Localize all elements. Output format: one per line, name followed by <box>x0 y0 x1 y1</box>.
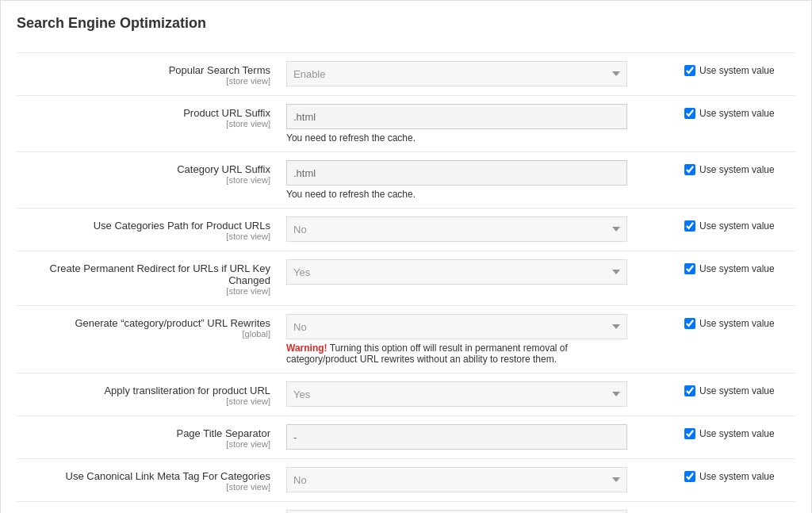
hint-text: You need to refresh the cache. <box>286 189 676 200</box>
settings-row: Use Categories Path for Product URLs[sto… <box>17 209 795 251</box>
field-label: Category URL Suffix <box>25 163 270 175</box>
apply-transliteration-system-value-checkbox[interactable] <box>684 385 695 396</box>
generate-url-rewrites-select[interactable]: NoYes <box>286 314 627 339</box>
input-wrapper: EnableDisable <box>286 61 676 86</box>
system-value-wrapper: Use system value <box>684 381 787 396</box>
popular-search-terms-select[interactable]: EnableDisable <box>286 61 627 86</box>
system-value-wrapper: Use system value <box>684 424 787 439</box>
control-inner: NoYesWarning! Turning this option off wi… <box>286 314 787 365</box>
system-value-wrapper: Use system value <box>684 61 787 76</box>
system-value-label: Use system value <box>699 65 775 76</box>
settings-row: Page Title Separator[store view]Use syst… <box>17 416 795 459</box>
field-label: Product URL Suffix <box>25 107 270 119</box>
control-cell: You need to refresh the cache.Use system… <box>286 152 795 209</box>
input-wrapper: You need to refresh the cache. <box>286 160 676 200</box>
field-label: Popular Search Terms <box>25 64 270 76</box>
label-cell: Popular Search Terms[store view] <box>17 53 286 96</box>
canonical-categories-select[interactable]: NoYes <box>286 467 627 492</box>
control-cell: NoYesUse system value <box>286 459 795 502</box>
use-categories-path-select[interactable]: NoYes <box>286 216 627 242</box>
system-value-label: Use system value <box>699 263 775 274</box>
settings-table: Popular Search Terms[store view]EnableDi… <box>17 52 795 513</box>
label-cell: Apply transliteration for product URL[st… <box>17 373 286 416</box>
settings-row: Generate “category/product” URL Rewrites… <box>17 306 795 373</box>
system-value-label: Use system value <box>699 471 775 482</box>
product-url-suffix-system-value-checkbox[interactable] <box>684 108 695 119</box>
field-scope: [store view] <box>25 119 270 128</box>
label-cell: Product URL Suffix[store view] <box>17 96 286 152</box>
control-inner: NoYesUse system value <box>286 510 787 513</box>
create-permanent-redirect-select[interactable]: YesNo <box>286 259 627 285</box>
label-cell: Category URL Suffix[store view] <box>17 152 286 209</box>
control-cell: NoYesWarning! Turning this option off wi… <box>286 306 795 373</box>
input-wrapper: You need to refresh the cache. <box>286 104 676 144</box>
control-cell: EnableDisableUse system value <box>286 53 795 96</box>
create-permanent-redirect-system-value-checkbox[interactable] <box>684 263 695 274</box>
system-value-wrapper: Use system value <box>684 104 787 119</box>
label-cell: Page Title Separator[store view] <box>17 416 286 459</box>
field-scope: [global] <box>25 329 270 339</box>
category-url-suffix-system-value-checkbox[interactable] <box>684 164 695 175</box>
use-categories-path-system-value-checkbox[interactable] <box>684 220 695 232</box>
input-wrapper: YesNo <box>286 259 676 285</box>
system-value-wrapper: Use system value <box>684 467 787 482</box>
system-value-wrapper: Use system value <box>684 314 787 329</box>
control-cell: YesNoUse system value <box>286 251 795 306</box>
label-cell: Use Categories Path for Product URLs[sto… <box>17 209 286 251</box>
system-value-wrapper: Use system value <box>684 160 787 175</box>
field-scope: [store view] <box>25 439 270 449</box>
input-wrapper: NoYes <box>286 216 676 242</box>
control-inner: NoYesUse system value <box>286 467 787 492</box>
warning-bold: Warning! <box>286 343 327 354</box>
popular-search-terms-system-value-checkbox[interactable] <box>684 65 695 76</box>
field-scope: [store view] <box>25 76 270 86</box>
control-inner: You need to refresh the cache.Use system… <box>286 160 787 200</box>
field-label: Page Title Separator <box>25 427 270 439</box>
system-value-label: Use system value <box>699 220 775 232</box>
page-title: Search Engine Optimization <box>17 15 795 38</box>
label-cell: Generate “category/product” URL Rewrites… <box>17 306 286 373</box>
system-value-label: Use system value <box>699 108 775 119</box>
category-url-suffix-input[interactable] <box>286 160 627 186</box>
settings-row: Product URL Suffix[store view]You need t… <box>17 96 795 152</box>
page-title-separator-system-value-checkbox[interactable] <box>684 428 695 439</box>
input-wrapper: NoYes <box>286 467 676 492</box>
canonical-products-select[interactable]: NoYes <box>286 510 627 513</box>
apply-transliteration-select[interactable]: YesNo <box>286 381 627 407</box>
field-label: Create Permanent Redirect for URLs if UR… <box>25 262 270 286</box>
canonical-categories-system-value-checkbox[interactable] <box>684 471 695 482</box>
control-inner: YesNoUse system value <box>286 381 787 407</box>
field-label: Generate “category/product” URL Rewrites <box>25 317 270 329</box>
system-value-label: Use system value <box>699 385 775 396</box>
field-label: Apply transliteration for product URL <box>25 385 270 396</box>
field-scope: [store view] <box>25 286 270 296</box>
page-title-separator-input[interactable] <box>286 424 627 450</box>
field-label: Use Canonical Link Meta Tag For Categori… <box>25 470 270 482</box>
control-inner: EnableDisableUse system value <box>286 61 787 86</box>
field-scope: [store view] <box>25 175 270 185</box>
system-value-label: Use system value <box>699 164 775 175</box>
control-inner: YesNoUse system value <box>286 259 787 285</box>
settings-row: Use Canonical Link Meta Tag For Categori… <box>17 459 795 502</box>
label-cell: Create Permanent Redirect for URLs if UR… <box>17 251 286 306</box>
field-scope: [store view] <box>25 232 270 241</box>
control-inner: Use system value <box>286 424 787 450</box>
system-value-label: Use system value <box>699 318 775 329</box>
product-url-suffix-input[interactable] <box>286 104 627 129</box>
system-value-wrapper: Use system value <box>684 216 787 232</box>
control-inner: NoYesUse system value <box>286 216 787 242</box>
field-label: Use Categories Path for Product URLs <box>25 220 270 232</box>
control-cell: You need to refresh the cache.Use system… <box>286 96 795 152</box>
hint-text: You need to refresh the cache. <box>286 132 676 144</box>
field-scope: [store view] <box>25 482 270 492</box>
control-cell: NoYesUse system value <box>286 502 795 514</box>
system-value-wrapper: Use system value <box>684 259 787 274</box>
settings-row: Apply transliteration for product URL[st… <box>17 373 795 416</box>
input-wrapper: NoYesWarning! Turning this option off wi… <box>286 314 676 365</box>
input-wrapper: YesNo <box>286 381 676 407</box>
settings-row: Use Canonical Link Meta Tag For Products… <box>17 502 795 514</box>
system-value-wrapper: Use system value <box>684 510 787 513</box>
control-cell: YesNoUse system value <box>286 373 795 416</box>
settings-row: Create Permanent Redirect for URLs if UR… <box>17 251 795 306</box>
generate-url-rewrites-system-value-checkbox[interactable] <box>684 318 695 329</box>
